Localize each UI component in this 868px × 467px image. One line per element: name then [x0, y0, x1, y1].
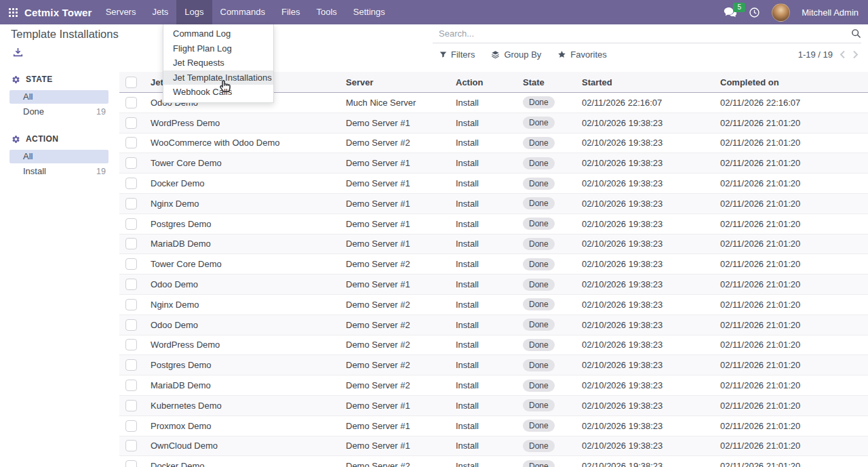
table-row[interactable]: WooCommerce with Odoo DemoDemo Server #2…: [119, 134, 868, 154]
jet-cell: Postgres Demo: [144, 360, 339, 370]
nav-item-servers[interactable]: Servers: [98, 0, 144, 24]
completed-on-cell: 02/11/2026 21:01:20: [713, 380, 868, 390]
action-cell: Install: [449, 279, 516, 289]
table-row[interactable]: Nginx DemoDemo Server #1InstallDone02/10…: [119, 194, 868, 214]
jet-cell: MariaDB Demo: [144, 380, 339, 390]
table-row[interactable]: Docker DemoDemo Server #2InstallDone02/1…: [119, 456, 868, 467]
user-avatar[interactable]: [772, 3, 790, 22]
row-checkbox[interactable]: [125, 97, 137, 108]
completed-on-cell: 02/11/2026 21:01:20: [713, 219, 868, 229]
nav-item-jets[interactable]: Jets: [144, 0, 176, 24]
table-row[interactable]: Tower Core DemoDemo Server #2InstallDone…: [119, 254, 868, 275]
previous-page-button[interactable]: [840, 50, 846, 59]
row-checkbox[interactable]: [125, 339, 137, 350]
table-row[interactable]: Kubernetes DemoDemo Server #1InstallDone…: [119, 396, 868, 416]
nav-item-commands[interactable]: Commands: [212, 0, 273, 24]
nav-item-tools[interactable]: Tools: [308, 0, 344, 24]
row-checkbox[interactable]: [125, 380, 137, 391]
filter-item-all[interactable]: All: [9, 150, 108, 163]
messages-button[interactable]: 5: [724, 7, 737, 18]
row-checkbox[interactable]: [125, 279, 137, 290]
menu-item-jet-template-installations[interactable]: Jet Template Installations: [163, 70, 273, 85]
jet-cell: Odoo Demo: [144, 320, 339, 330]
export-button[interactable]: [13, 47, 23, 60]
row-checkbox[interactable]: [125, 178, 137, 189]
started-cell: 02/10/2026 19:38:23: [575, 259, 713, 269]
user-name[interactable]: Mitchell Admin: [802, 7, 859, 18]
select-all-checkbox[interactable]: [125, 77, 137, 88]
apps-grid-icon[interactable]: [9, 8, 18, 17]
table-row[interactable]: Postgres DemoDemo Server #2InstallDone02…: [119, 355, 868, 375]
group-by-button[interactable]: Group By: [491, 49, 541, 60]
row-checkbox[interactable]: [125, 198, 137, 209]
state-cell: Done: [516, 238, 575, 250]
row-checkbox-cell: [119, 137, 144, 148]
row-checkbox[interactable]: [125, 218, 137, 230]
table-row[interactable]: Nginx DemoDemo Server #2InstallDone02/10…: [119, 295, 868, 315]
table-row[interactable]: Proxmox DemoDemo Server #1InstallDone02/…: [119, 416, 868, 436]
nav-item-files[interactable]: Files: [273, 0, 308, 24]
filter-item-install[interactable]: Install19: [9, 165, 108, 178]
row-checkbox[interactable]: [125, 440, 137, 451]
row-checkbox[interactable]: [125, 319, 137, 331]
search-input[interactable]: [437, 28, 851, 39]
table-row[interactable]: MariaDB DemoDemo Server #1InstallDone02/…: [119, 235, 868, 255]
column-header-action[interactable]: Action: [449, 77, 516, 87]
activities-button[interactable]: [749, 7, 760, 18]
filter-item-done[interactable]: Done19: [9, 105, 108, 119]
column-header-server[interactable]: Server: [339, 77, 449, 87]
server-cell: Demo Server #1: [339, 199, 449, 209]
row-checkbox[interactable]: [125, 420, 137, 432]
completed-on-cell: 02/11/2026 21:01:20: [713, 421, 868, 431]
table-row[interactable]: Tower Core DemoDemo Server #1InstallDone…: [119, 153, 868, 174]
menu-item-flight-plan-log[interactable]: Flight Plan Log: [163, 41, 273, 56]
row-checkbox-cell: [119, 400, 144, 411]
state-badge: Done: [523, 420, 555, 432]
menu-item-command-log[interactable]: Command Log: [163, 26, 273, 41]
table-row[interactable]: MariaDB DemoDemo Server #2InstallDone02/…: [119, 375, 868, 396]
row-checkbox[interactable]: [125, 400, 137, 411]
completed-on-cell: 02/11/2026 21:01:20: [713, 441, 868, 451]
gear-icon: [12, 75, 20, 84]
column-header-started[interactable]: Started: [575, 77, 713, 87]
column-header-completed-on[interactable]: Completed on: [713, 77, 868, 87]
row-checkbox[interactable]: [125, 238, 137, 249]
row-checkbox-cell: [119, 460, 144, 467]
table-row[interactable]: WordPress DemoDemo Server #1InstallDone0…: [119, 113, 868, 134]
action-cell: Install: [449, 320, 516, 330]
chevron-right-icon: [852, 50, 859, 59]
row-checkbox[interactable]: [125, 137, 137, 148]
row-checkbox[interactable]: [125, 359, 137, 371]
nav-item-settings[interactable]: Settings: [345, 0, 393, 24]
action-cell: Install: [449, 98, 516, 108]
filters-button[interactable]: Filters: [439, 49, 475, 60]
server-cell: Demo Server #1: [339, 158, 449, 168]
filter-group-action: ACTIONAllInstall19: [0, 134, 119, 178]
table-row[interactable]: WordPress DemoDemo Server #2InstallDone0…: [119, 336, 868, 356]
favorites-button[interactable]: Favorites: [557, 49, 606, 60]
row-checkbox[interactable]: [125, 258, 137, 270]
filter-item-all[interactable]: All: [9, 90, 108, 104]
menu-item-webhook-calls[interactable]: Webhook Calls: [163, 85, 273, 100]
row-checkbox[interactable]: [125, 299, 137, 310]
row-checkbox[interactable]: [125, 157, 137, 169]
server-cell: Demo Server #2: [339, 360, 449, 370]
row-checkbox[interactable]: [125, 117, 137, 129]
nav-item-logs[interactable]: Logs: [176, 0, 212, 24]
menu-item-jet-requests[interactable]: Jet Requests: [163, 56, 273, 70]
search-bar[interactable]: [433, 24, 861, 43]
table-row[interactable]: Odoo DemoDemo Server #1InstallDone02/10/…: [119, 275, 868, 295]
table-row[interactable]: Odoo DemoDemo Server #2InstallDone02/10/…: [119, 315, 868, 336]
table-row[interactable]: OwnCloud DemoDemo Server #1InstallDone02…: [119, 436, 868, 457]
state-badge: Done: [523, 137, 555, 149]
row-checkbox[interactable]: [125, 460, 137, 467]
column-header-state[interactable]: State: [516, 77, 575, 87]
chevron-left-icon: [840, 50, 846, 59]
table-row[interactable]: Docker DemoDemo Server #1InstallDone02/1…: [119, 174, 868, 194]
table-row[interactable]: Postgres DemoDemo Server #1InstallDone02…: [119, 214, 868, 235]
app-brand[interactable]: Cetmix Tower: [24, 7, 92, 18]
search-button[interactable]: [851, 28, 861, 39]
main-menu: ServersJetsLogsCommandsFilesToolsSetting…: [98, 0, 393, 24]
next-page-button[interactable]: [852, 50, 859, 59]
row-checkbox-cell: [119, 218, 144, 230]
